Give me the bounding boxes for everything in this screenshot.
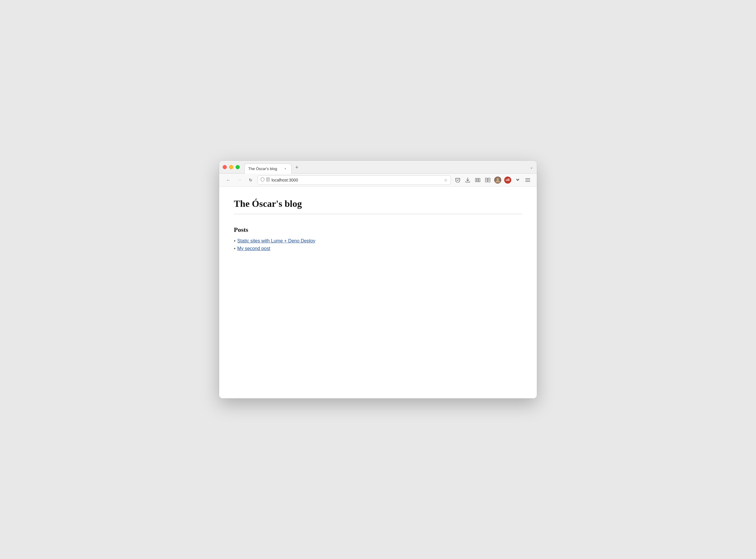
svg-rect-4 [475,178,477,182]
title-bar: The Óscar's blog × + ⌄ [219,161,537,174]
new-tab-button[interactable]: + [293,163,301,172]
tab-title: The Óscar's blog [248,166,277,171]
post-link-1[interactable]: Static sites with Lume + Deno Deploy [237,238,315,244]
more-tools-button[interactable] [513,176,522,184]
shield-icon [261,177,265,183]
toolbar-icons: uB [453,176,532,184]
title-divider [234,214,522,214]
bookmarks-button[interactable] [473,176,482,184]
svg-rect-8 [488,178,490,182]
blog-title: The Óscar's blog [234,198,522,209]
pocket-button[interactable] [453,176,462,184]
forward-button[interactable]: → [235,176,244,184]
tab-bar: The Óscar's blog × + ⌄ [245,162,533,172]
ublock-button[interactable]: uB [503,176,512,184]
download-button[interactable] [463,176,472,184]
back-button[interactable]: ← [224,176,233,184]
page-content: The Óscar's blog Posts Static sites with… [219,186,537,398]
ublock-icon: uB [504,177,511,184]
list-item: Static sites with Lume + Deno Deploy [234,238,522,244]
bookmark-button[interactable]: ☆ [444,178,448,182]
user-avatar-button[interactable] [493,176,502,184]
address-text: localhost:3000 [272,178,442,182]
menu-button[interactable] [523,176,532,184]
active-tab[interactable]: The Óscar's blog × [245,163,292,174]
close-button[interactable] [223,165,227,169]
minimize-button[interactable] [229,165,233,169]
posts-list: Static sites with Lume + Deno Deploy My … [234,238,522,251]
address-bar[interactable]: localhost:3000 ☆ [257,175,451,185]
svg-rect-5 [477,178,478,182]
svg-rect-6 [479,178,480,182]
tab-close-button[interactable]: × [283,166,288,171]
browser-window: The Óscar's blog × + ⌄ ← → ↻ [219,161,537,398]
post-link-2[interactable]: My second post [237,246,270,251]
reader-mode-button[interactable] [483,176,492,184]
posts-heading: Posts [234,226,522,233]
reload-button[interactable]: ↻ [246,176,255,184]
svg-rect-7 [485,178,487,182]
page-icon [266,177,270,182]
list-item: My second post [234,246,522,251]
maximize-button[interactable] [236,165,240,169]
avatar [494,177,501,184]
svg-point-16 [497,178,499,180]
tab-list-chevron[interactable]: ⌄ [530,165,533,170]
traffic-lights [223,165,240,169]
nav-bar: ← → ↻ localhost:3000 ☆ [219,174,537,186]
